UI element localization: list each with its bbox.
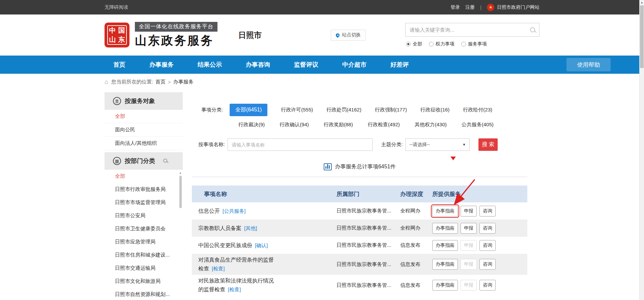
category-tag-link[interactable]: [其他]	[244, 225, 257, 231]
nav-item-results[interactable]: 结果公示	[198, 61, 222, 69]
consult-button[interactable]: 咨询	[479, 280, 496, 291]
table-row: 对清真食品生产经营条件的监督检查[检查] 日照市民族宗教事务管... 信息发布 …	[192, 254, 527, 275]
location-pin-icon	[335, 32, 341, 38]
sidebar-section-title: 按服务对象	[125, 97, 155, 105]
item-name-input[interactable]	[228, 138, 373, 151]
sidebar-item-all-targets[interactable]: 全部	[105, 110, 183, 123]
sidebar-item-department[interactable]: 日照市住房和城乡建设...	[105, 248, 183, 262]
nav-item-consult[interactable]: 办事咨询	[246, 61, 270, 69]
nav-item-rating[interactable]: 好差评	[390, 61, 409, 69]
guide-button[interactable]: 办事指南	[432, 259, 458, 270]
item-department: 日照市民族宗教事务管...	[336, 242, 400, 248]
accessibility-link[interactable]: 无障碍阅读	[105, 4, 128, 10]
item-depth: 全程网办	[400, 208, 432, 214]
nav-item-intermediary[interactable]: 中介超市	[342, 61, 367, 69]
apply-button: 申报	[461, 259, 477, 270]
sidebar-item-department[interactable]: 日照市交通运输局	[105, 262, 183, 275]
login-link[interactable]: 登录	[450, 4, 460, 10]
site-switch-button[interactable]: 站点切换	[331, 30, 366, 41]
consult-button[interactable]: 咨询	[479, 206, 496, 216]
department-icon: ▦	[113, 157, 121, 165]
topic-label: 主题分类:	[381, 141, 403, 148]
item-name: 信息公开	[198, 208, 220, 214]
category-chip[interactable]: 行政征收(16)	[420, 107, 450, 113]
category-chip[interactable]: 行政处罚(4162)	[326, 107, 361, 113]
top-bar: 无障碍阅读 登录 注册 | ★ 日照市政府门户网站	[0, 0, 644, 14]
apply-button[interactable]: 申报	[461, 223, 477, 234]
guide-button[interactable]: 办事指南	[432, 223, 458, 234]
sidebar-item-all-departments[interactable]: 全部	[105, 170, 183, 183]
sidebar-item-department[interactable]: 日照市行政审批服务局	[105, 183, 183, 196]
register-link[interactable]: 注册	[465, 4, 475, 10]
category-chip[interactable]: 其他权力(430)	[415, 122, 447, 128]
page: 无障碍阅读 登录 注册 | ★ 日照市政府门户网站 中 国 山 东	[0, 0, 644, 300]
search-button[interactable]: 搜 索	[478, 138, 498, 151]
search-icon[interactable]	[530, 27, 535, 32]
content-panel: 事项分类: 全部(6451) 行政许可(555) 行政处罚(4162) 行政强制…	[183, 92, 539, 296]
item-name: 中国公民变更民族成份	[198, 242, 252, 248]
guide-button[interactable]: 办事指南	[432, 280, 458, 291]
item-department: 日照市民族宗教事务管...	[336, 261, 400, 268]
sidebar: ≣ 按服务对象 全部 面向公民 面向法人/其他组织 ▦ 按部门分类 全部 日照市…	[105, 92, 183, 300]
sidebar-item-department[interactable]: 日照市市场监督管理局	[105, 196, 183, 209]
category-chip[interactable]: 行政检查(492)	[368, 122, 400, 128]
search-input[interactable]	[410, 27, 527, 33]
scope-radio-power[interactable]: 权力事项	[429, 41, 455, 47]
category-chip[interactable]: 行政给付(23)	[463, 107, 492, 113]
nav-item-supervision[interactable]: 监督评议	[294, 61, 318, 69]
breadcrumb-bar: ⌂ 您当前所在的位置: 首页 > 办事服务	[0, 74, 644, 90]
divider	[192, 177, 527, 177]
category-tag-link[interactable]: [公共服务]	[223, 208, 245, 214]
portal-link[interactable]: ★ 日照市政府门户网站	[487, 4, 539, 11]
sidebar-item-citizens[interactable]: 面向公民	[105, 123, 183, 137]
service-target-list: 全部 面向公民 面向法人/其他组织	[105, 110, 183, 150]
page-scrollbar-thumb[interactable]	[640, 5, 644, 68]
sidebar-scrollbar-thumb[interactable]	[179, 176, 182, 208]
category-tag-link[interactable]: [检查]	[228, 287, 241, 292]
guide-button[interactable]: 办事指南	[432, 206, 458, 216]
sidebar-item-legal-persons[interactable]: 面向法人/其他组织	[105, 137, 183, 150]
consult-button[interactable]: 咨询	[479, 223, 496, 234]
sidebar-item-department[interactable]: 日照市文化和旅游局	[105, 275, 183, 288]
scope-radio-all[interactable]: 全部	[406, 41, 422, 47]
sidebar-search-icon[interactable]	[163, 159, 167, 163]
breadcrumb-prefix: 您当前所在的位置:	[111, 79, 153, 85]
breadcrumb-home-link[interactable]: 首页	[155, 79, 166, 85]
sidebar-item-department[interactable]: 日照市应急管理局	[105, 235, 183, 248]
home-icon: ⌂	[105, 78, 108, 86]
consult-button[interactable]: 咨询	[479, 259, 496, 270]
item-search-row: 按事项名称: 主题分类: --请选择-- ▼ 搜 索	[198, 138, 527, 151]
scroll-up-icon[interactable]: ▲	[179, 172, 182, 174]
sidebar-item-department[interactable]: 日照市自然资源和规划...	[105, 288, 183, 300]
topbar-right: 登录 注册 | ★ 日照市政府门户网站	[450, 4, 539, 11]
category-tag-link[interactable]: [检查]	[212, 266, 225, 271]
breadcrumb-current: 办事服务	[173, 79, 194, 85]
category-chip[interactable]: 行政裁决(9)	[238, 122, 265, 128]
sidebar-item-department[interactable]: 日照市公安局	[105, 209, 183, 222]
category-chip[interactable]: 公共服务(405)	[462, 122, 494, 128]
nav-item-home[interactable]: 首页	[113, 61, 125, 69]
consult-button[interactable]: 咨询	[479, 240, 496, 251]
guide-button[interactable]: 办事指南	[432, 240, 458, 251]
category-tag-link[interactable]: [确认]	[255, 242, 268, 248]
column-header-department: 所属部门	[336, 190, 400, 198]
help-button[interactable]: 使用帮助	[566, 58, 611, 71]
scope-radio-service[interactable]: 服务事项	[461, 41, 487, 47]
nav-item-services[interactable]: 办事服务	[149, 61, 174, 69]
nav-items: 首页 办事服务 结果公示 办事咨询 监督评议 中介超市 好差评	[105, 56, 539, 74]
category-chip[interactable]: 行政许可(555)	[281, 107, 313, 113]
sidebar-item-department[interactable]: 日照市卫生健康委员会	[105, 222, 183, 235]
category-chip[interactable]: 行政强制(177)	[375, 107, 407, 113]
scroll-up-icon[interactable]: ▲	[640, 0, 644, 5]
column-header-depth: 办理深度	[400, 190, 432, 198]
page-scrollbar[interactable]: ▲	[639, 0, 644, 300]
topic-select[interactable]: --请选择-- ▼	[405, 138, 470, 151]
category-chip[interactable]: 行政奖励(88)	[324, 122, 353, 128]
category-chip[interactable]: 行政确认(94)	[280, 122, 309, 128]
topbar-divider: |	[480, 5, 481, 10]
apply-button[interactable]: 申报	[461, 206, 477, 216]
category-chip-all[interactable]: 全部(6451)	[230, 104, 267, 116]
logo-text: 全国一体化在线政务服务平台 山东政务服务	[135, 22, 217, 48]
category-chips-row-1: 全部(6451) 行政许可(555) 行政处罚(4162) 行政强制(177) …	[230, 104, 527, 116]
breadcrumb-separator: >	[168, 79, 171, 85]
